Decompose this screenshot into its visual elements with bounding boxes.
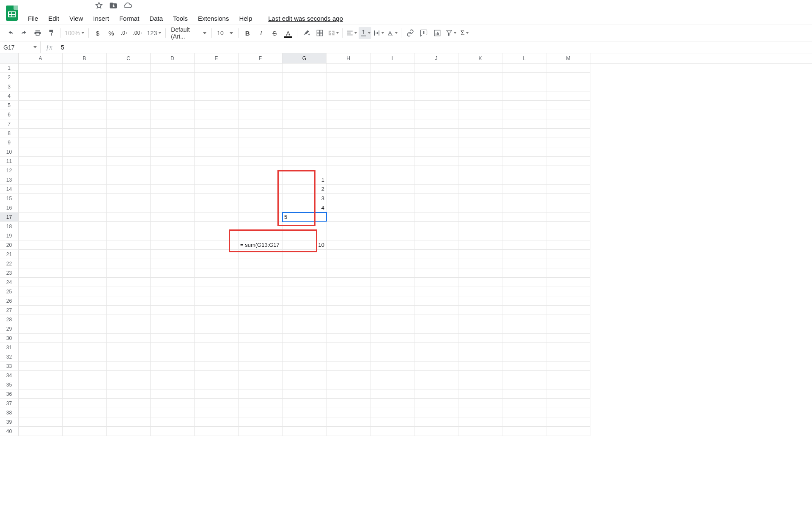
cell-M17[interactable] bbox=[546, 213, 590, 222]
cell-K7[interactable] bbox=[458, 119, 502, 129]
cell-K33[interactable] bbox=[458, 362, 502, 371]
cell-H17[interactable] bbox=[326, 213, 370, 222]
cell-H21[interactable] bbox=[326, 250, 370, 259]
cell-A23[interactable] bbox=[19, 268, 63, 278]
cell-K40[interactable] bbox=[458, 427, 502, 436]
cell-D4[interactable] bbox=[151, 91, 195, 101]
cell-J31[interactable] bbox=[414, 343, 458, 352]
cell-D22[interactable] bbox=[151, 259, 195, 268]
cell-D12[interactable] bbox=[151, 166, 195, 175]
cell-H1[interactable] bbox=[326, 64, 370, 73]
row-header-3[interactable]: 3 bbox=[0, 82, 19, 91]
cell-E14[interactable] bbox=[195, 185, 239, 194]
cell-M19[interactable] bbox=[546, 231, 590, 240]
cell-C14[interactable] bbox=[107, 185, 151, 194]
cell-A40[interactable] bbox=[19, 427, 63, 436]
cell-E22[interactable] bbox=[195, 259, 239, 268]
cell-G36[interactable] bbox=[283, 389, 326, 399]
cell-K13[interactable] bbox=[458, 175, 502, 185]
cell-B29[interactable] bbox=[63, 324, 107, 334]
cell-D2[interactable] bbox=[151, 73, 195, 82]
menu-tools[interactable]: Tools bbox=[169, 13, 192, 24]
cell-I6[interactable] bbox=[370, 110, 414, 119]
cell-I26[interactable] bbox=[370, 296, 414, 306]
cell-L2[interactable] bbox=[502, 73, 546, 82]
cell-D16[interactable] bbox=[151, 203, 195, 213]
cell-B31[interactable] bbox=[63, 343, 107, 352]
column-header-E[interactable]: E bbox=[195, 53, 239, 63]
cell-K18[interactable] bbox=[458, 222, 502, 231]
cell-D20[interactable] bbox=[151, 240, 195, 250]
cell-M9[interactable] bbox=[546, 138, 590, 147]
cell-K23[interactable] bbox=[458, 268, 502, 278]
cell-I13[interactable] bbox=[370, 175, 414, 185]
row-header-19[interactable]: 19 bbox=[0, 231, 19, 240]
cell-B23[interactable] bbox=[63, 268, 107, 278]
cell-G24[interactable] bbox=[283, 278, 326, 287]
column-header-H[interactable]: H bbox=[326, 53, 370, 63]
cell-H18[interactable] bbox=[326, 222, 370, 231]
cell-H26[interactable] bbox=[326, 296, 370, 306]
cell-G4[interactable] bbox=[283, 91, 326, 101]
spreadsheet-grid[interactable]: ABCDEFGHIJKLM 12345678910111213114215316… bbox=[0, 53, 812, 508]
cell-E17[interactable] bbox=[195, 213, 239, 222]
cell-I5[interactable] bbox=[370, 101, 414, 110]
cell-B20[interactable] bbox=[63, 240, 107, 250]
cell-C38[interactable] bbox=[107, 408, 151, 417]
cell-J8[interactable] bbox=[414, 129, 458, 138]
cell-E1[interactable] bbox=[195, 64, 239, 73]
cell-B26[interactable] bbox=[63, 296, 107, 306]
cell-H12[interactable] bbox=[326, 166, 370, 175]
cell-F20[interactable]: = sum(G13:G17 bbox=[239, 240, 283, 250]
cell-K12[interactable] bbox=[458, 166, 502, 175]
cell-B7[interactable] bbox=[63, 119, 107, 129]
functions-button[interactable]: Σ bbox=[458, 27, 471, 39]
cell-I25[interactable] bbox=[370, 287, 414, 296]
cell-K32[interactable] bbox=[458, 352, 502, 362]
cell-I23[interactable] bbox=[370, 268, 414, 278]
cell-G39[interactable] bbox=[283, 417, 326, 427]
cell-D10[interactable] bbox=[151, 147, 195, 157]
column-header-D[interactable]: D bbox=[151, 53, 195, 63]
cell-B36[interactable] bbox=[63, 389, 107, 399]
cell-L16[interactable] bbox=[502, 203, 546, 213]
cell-C11[interactable] bbox=[107, 157, 151, 166]
row-header-24[interactable]: 24 bbox=[0, 278, 19, 287]
cell-F2[interactable] bbox=[239, 73, 283, 82]
cell-J29[interactable] bbox=[414, 324, 458, 334]
move-to-folder-icon[interactable] bbox=[109, 1, 118, 10]
cell-B32[interactable] bbox=[63, 352, 107, 362]
cell-I30[interactable] bbox=[370, 334, 414, 343]
cell-F24[interactable] bbox=[239, 278, 283, 287]
cell-G23[interactable] bbox=[283, 268, 326, 278]
cell-G22[interactable] bbox=[283, 259, 326, 268]
row-header-27[interactable]: 27 bbox=[0, 306, 19, 315]
cell-M22[interactable] bbox=[546, 259, 590, 268]
cell-B16[interactable] bbox=[63, 203, 107, 213]
cell-D6[interactable] bbox=[151, 110, 195, 119]
cell-F38[interactable] bbox=[239, 408, 283, 417]
cell-B15[interactable] bbox=[63, 194, 107, 203]
cell-G31[interactable] bbox=[283, 343, 326, 352]
cell-B14[interactable] bbox=[63, 185, 107, 194]
cell-B33[interactable] bbox=[63, 362, 107, 371]
row-header-2[interactable]: 2 bbox=[0, 73, 19, 82]
cell-F27[interactable] bbox=[239, 306, 283, 315]
cell-M1[interactable] bbox=[546, 64, 590, 73]
cell-F34[interactable] bbox=[239, 371, 283, 380]
cell-M12[interactable] bbox=[546, 166, 590, 175]
cell-I21[interactable] bbox=[370, 250, 414, 259]
cell-F33[interactable] bbox=[239, 362, 283, 371]
row-header-8[interactable]: 8 bbox=[0, 129, 19, 138]
cell-G12[interactable] bbox=[283, 166, 326, 175]
borders-button[interactable] bbox=[313, 27, 326, 39]
filter-button[interactable] bbox=[444, 27, 457, 39]
cell-E28[interactable] bbox=[195, 315, 239, 324]
cell-L22[interactable] bbox=[502, 259, 546, 268]
cell-H23[interactable] bbox=[326, 268, 370, 278]
cell-E10[interactable] bbox=[195, 147, 239, 157]
cell-F3[interactable] bbox=[239, 82, 283, 91]
cell-F4[interactable] bbox=[239, 91, 283, 101]
row-header-36[interactable]: 36 bbox=[0, 389, 19, 399]
cell-I8[interactable] bbox=[370, 129, 414, 138]
